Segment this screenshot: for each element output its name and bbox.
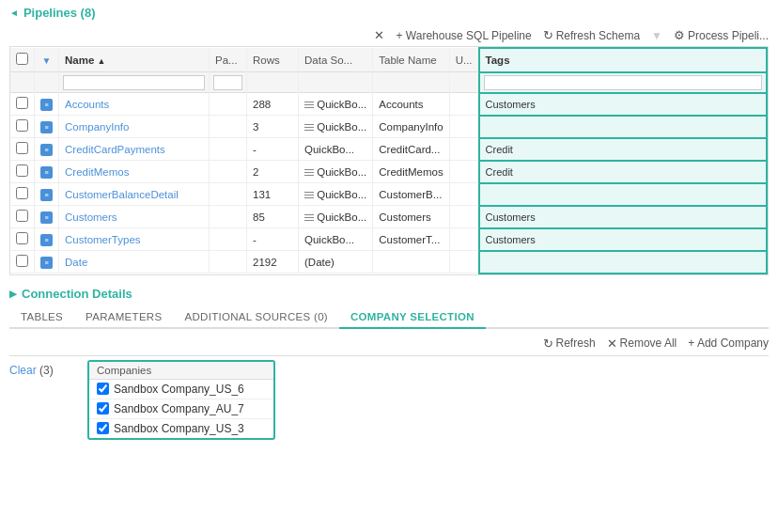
- row-tablename-cell: CreditCard...: [373, 138, 449, 161]
- name-header[interactable]: Name ▲: [59, 48, 210, 72]
- pa-filter[interactable]: [213, 75, 242, 90]
- row-icon-cell: ≡: [35, 116, 59, 138]
- table-row: ≡ Customers 85 QuickBo... Customers Cust…: [10, 206, 767, 228]
- row-tags-cell: Credit: [479, 138, 767, 161]
- row-name-link[interactable]: CreditMemos: [65, 166, 129, 178]
- row-datasrc-cell: QuickBo...: [299, 138, 373, 161]
- row-pa-cell: [210, 251, 247, 274]
- row-pa-cell: [210, 206, 247, 228]
- tag-badge: Customers: [486, 99, 536, 110]
- delete-button[interactable]: ✕: [374, 28, 384, 42]
- table-row: ≡ CreditMemos 2 QuickBo... CreditMemos C…: [10, 161, 767, 183]
- select-all-header[interactable]: [10, 48, 35, 72]
- row-icon-cell: ≡: [35, 93, 59, 116]
- icon-header: ▼: [35, 48, 59, 72]
- row-name-link[interactable]: CreditCardPayments: [65, 144, 165, 155]
- row-checkbox-cell[interactable]: [10, 228, 35, 251]
- row-u-cell: [449, 93, 478, 116]
- tab-company-selection[interactable]: COMPANY SELECTION: [339, 306, 486, 329]
- tab-additional-sources[interactable]: ADDITIONAL SOURCES (0): [173, 306, 339, 327]
- row-checkbox[interactable]: [16, 187, 28, 199]
- row-rows-cell: 2192: [247, 251, 299, 274]
- add-warehouse-button[interactable]: + Warehouse SQL Pipeline: [396, 29, 531, 42]
- row-name-link[interactable]: CustomerTypes: [65, 234, 141, 245]
- clear-section: Clear (3): [9, 360, 80, 377]
- remove-all-icon: ✕: [607, 336, 617, 351]
- row-tags-cell: Credit: [479, 161, 767, 183]
- pipeline-toolbar: ✕ + Warehouse SQL Pipeline ↻ Refresh Sch…: [9, 25, 769, 46]
- row-tablename-cell: CustomerT...: [373, 228, 449, 251]
- table-row-icon: ≡: [40, 234, 53, 246]
- row-name-link[interactable]: CustomerBalanceDetail: [65, 189, 179, 200]
- rows-header[interactable]: Rows: [247, 48, 299, 72]
- row-checkbox-cell[interactable]: [10, 206, 35, 228]
- row-datasrc-cell: QuickBo...: [299, 183, 373, 206]
- row-checkbox-cell[interactable]: [10, 116, 35, 138]
- row-checkbox[interactable]: [16, 232, 28, 244]
- select-all-checkbox[interactable]: [16, 53, 28, 65]
- company-checkbox[interactable]: [97, 402, 109, 415]
- tags-header[interactable]: Tags: [479, 48, 767, 72]
- bottom-section: ▶ Connection Details TABLES PARAMETERS A…: [0, 283, 778, 440]
- tags-filter[interactable]: [484, 75, 762, 90]
- row-name-link[interactable]: Customers: [65, 211, 117, 223]
- table-row-icon: ≡: [40, 211, 53, 224]
- table-row-icon: ≡: [40, 99, 53, 111]
- row-checkbox-cell[interactable]: [10, 251, 35, 274]
- row-icon-cell: ≡: [35, 228, 59, 251]
- row-rows-cell: 288: [247, 93, 299, 116]
- row-u-cell: [449, 138, 478, 161]
- row-checkbox-cell[interactable]: [10, 161, 35, 183]
- row-name-cell: CustomerTypes: [59, 228, 210, 251]
- row-checkbox-cell[interactable]: [10, 183, 35, 206]
- row-rows-cell: -: [247, 138, 299, 161]
- collapse-icon[interactable]: ◄: [9, 8, 19, 18]
- add-company-button[interactable]: + Add Company: [688, 336, 769, 350]
- tag-badge: Customers: [486, 211, 536, 223]
- row-datasrc-cell: QuickBo...: [299, 93, 373, 116]
- row-u-cell: [449, 206, 478, 228]
- pa-header[interactable]: Pa...: [210, 48, 247, 72]
- row-checkbox[interactable]: [16, 210, 28, 222]
- process-pipeline-button[interactable]: ⚙ Process Pipeli...: [674, 28, 769, 42]
- u-header[interactable]: U...: [449, 48, 478, 72]
- row-rows-cell: 3: [247, 116, 299, 138]
- row-checkbox[interactable]: [16, 142, 28, 154]
- company-name: Sandbox Company_AU_7: [114, 402, 244, 415]
- row-checkbox[interactable]: [16, 164, 28, 177]
- table-row-icon: ≡: [40, 121, 53, 133]
- company-row: Sandbox Company_AU_7: [89, 399, 273, 419]
- company-row: Sandbox Company_US_6: [89, 380, 273, 399]
- clear-button[interactable]: Clear: [9, 364, 37, 377]
- tab-parameters[interactable]: PARAMETERS: [74, 306, 173, 327]
- datasrc-header[interactable]: Data So...: [299, 48, 373, 72]
- expand-icon[interactable]: ▶: [9, 289, 17, 299]
- refresh-schema-button[interactable]: ↻ Refresh Schema: [543, 28, 640, 42]
- row-checkbox[interactable]: [16, 97, 28, 109]
- row-datasrc-cell: QuickBo...: [299, 161, 373, 183]
- row-checkbox[interactable]: [16, 119, 28, 132]
- row-name-link[interactable]: Date: [65, 257, 87, 268]
- row-checkbox-cell[interactable]: [10, 138, 35, 161]
- row-rows-cell: 2: [247, 161, 299, 183]
- row-tablename-cell: CustomerB...: [373, 183, 449, 206]
- tab-tables[interactable]: TABLES: [9, 306, 74, 327]
- company-checkbox[interactable]: [97, 422, 109, 434]
- row-checkbox[interactable]: [16, 255, 28, 267]
- name-filter[interactable]: [63, 75, 205, 90]
- row-name-link[interactable]: Accounts: [65, 99, 109, 110]
- tabs-bar: TABLES PARAMETERS ADDITIONAL SOURCES (0)…: [9, 306, 769, 329]
- tablename-header[interactable]: Table Name: [373, 48, 449, 72]
- row-u-cell: [449, 251, 478, 274]
- refresh-companies-button[interactable]: ↻ Refresh: [543, 336, 596, 351]
- table-row: ≡ CompanyInfo 3 QuickBo... CompanyInfo: [10, 116, 767, 138]
- row-icon-cell: ≡: [35, 183, 59, 206]
- table-row: ≡ CreditCardPayments - QuickBo... Credit…: [10, 138, 767, 161]
- company-checkbox[interactable]: [97, 383, 109, 395]
- row-checkbox-cell[interactable]: [10, 93, 35, 116]
- remove-all-button[interactable]: ✕ Remove All: [607, 336, 677, 351]
- row-name-link[interactable]: CompanyInfo: [65, 121, 129, 133]
- filter-icon[interactable]: ▼: [42, 55, 52, 66]
- tag-badge: Customers: [486, 234, 536, 245]
- tag-badge: Credit: [486, 166, 513, 178]
